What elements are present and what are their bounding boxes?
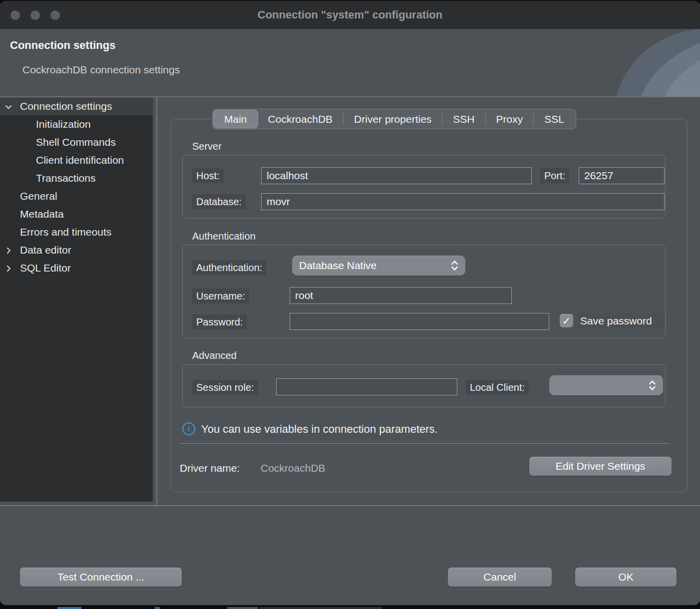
sidebar-item-metadata[interactable]: Metadata <box>0 205 153 223</box>
test-connection-button[interactable]: Test Connection ... <box>20 568 182 587</box>
host-input[interactable] <box>261 167 532 184</box>
cancel-button[interactable]: Cancel <box>448 568 552 587</box>
password-label: Password: <box>192 314 247 329</box>
session-role-label: Session role: <box>192 380 258 395</box>
content-divider <box>180 443 669 444</box>
sidebar-item-errors-and-timeouts[interactable]: Errors and timeouts <box>0 223 153 241</box>
updown-chevrons-icon <box>451 260 458 272</box>
tab-ssh[interactable]: SSH <box>442 110 485 128</box>
footer-divider <box>0 505 700 506</box>
sidebar-item-label: Transactions <box>36 172 95 184</box>
sidebar-divider <box>156 97 157 506</box>
username-input[interactable] <box>290 287 512 304</box>
info-icon-glyph: i <box>188 424 190 434</box>
sidebar-item-label: Errors and timeouts <box>20 226 111 238</box>
tab-ssl[interactable]: SSL <box>534 110 575 128</box>
tab-driver-properties[interactable]: Driver properties <box>344 110 442 128</box>
backdrop-sliver <box>227 607 258 609</box>
chevron-down-icon[interactable] <box>4 102 13 111</box>
chevron-right-icon[interactable] <box>4 246 13 255</box>
authentication-selected-value: Database Native <box>299 260 376 272</box>
backdrop-sliver <box>155 607 160 609</box>
backdrop-sliver <box>260 607 382 609</box>
sidebar-item-label: Connection settings <box>20 100 112 112</box>
ok-button[interactable]: OK <box>575 568 677 587</box>
username-label: Username: <box>192 289 249 304</box>
authentication-label: Authentication: <box>192 260 266 275</box>
chevron-right-icon[interactable] <box>4 264 13 273</box>
sidebar-item-initialization[interactable]: Initialization <box>0 115 153 133</box>
save-password-label: Save password <box>577 313 665 328</box>
sidebar-item-label: General <box>20 190 57 202</box>
decorative-swoosh <box>585 29 700 96</box>
port-label: Port: <box>540 168 569 183</box>
server-group-label: Server <box>192 141 222 152</box>
window-title: Connection "system" configuration <box>0 8 700 21</box>
sidebar-item-data-editor[interactable]: Data editor <box>0 241 153 259</box>
sidebar-item-general[interactable]: General <box>0 187 153 205</box>
sidebar-item-connection-settings[interactable]: Connection settings <box>0 97 153 115</box>
database-input[interactable] <box>261 193 665 210</box>
session-role-input[interactable] <box>276 378 457 395</box>
tab-bar: MainCockroachDBDriver propertiesSSHProxy… <box>212 109 576 129</box>
sidebar-item-label: Metadata <box>20 208 64 220</box>
local-client-select[interactable] <box>549 375 663 395</box>
checkmark-icon: ✓ <box>562 316 571 326</box>
sidebar-item-label: SQL Editor <box>20 262 71 274</box>
page-subtitle: CockroachDB connection settings <box>22 64 180 76</box>
dialog-header: Connection settings CockroachDB connecti… <box>0 29 700 96</box>
sidebar-item-label: Initialization <box>36 118 91 130</box>
connection-configuration-dialog: Connection "system" configuration Connec… <box>0 1 700 605</box>
save-password-checkbox[interactable]: ✓ <box>560 314 573 327</box>
database-label: Database: <box>192 194 246 209</box>
updown-chevrons-icon <box>649 379 656 391</box>
tab-main[interactable]: Main <box>214 110 258 128</box>
driver-name-label: Driver name: <box>180 462 240 474</box>
port-input[interactable] <box>579 167 665 184</box>
sidebar-item-label: Shell Commands <box>36 136 116 148</box>
sidebar-item-client-identification[interactable]: Client identification <box>0 151 153 169</box>
sidebar-item-label: Data editor <box>20 244 71 256</box>
info-message: You can use variables in connection para… <box>201 423 438 436</box>
local-client-label: Local Client: <box>466 380 529 395</box>
host-label: Host: <box>192 168 224 183</box>
edit-driver-settings-button[interactable]: Edit Driver Settings <box>529 457 672 476</box>
sidebar-item-label: Client identification <box>36 154 124 166</box>
driver-name-value: CockroachDB <box>261 462 326 474</box>
sidebar-item-sql-editor[interactable]: SQL Editor <box>0 259 153 277</box>
authentication-group-label: Authentication <box>192 231 256 242</box>
info-icon: i <box>182 422 195 435</box>
backdrop-sliver <box>57 607 81 609</box>
sidebar-item-transactions[interactable]: Transactions <box>0 169 153 187</box>
tab-proxy[interactable]: Proxy <box>486 110 534 128</box>
authentication-select[interactable]: Database Native <box>292 256 465 276</box>
password-input[interactable] <box>290 313 549 330</box>
page-title: Connection settings <box>10 39 115 52</box>
sidebar-item-shell-commands[interactable]: Shell Commands <box>0 133 153 151</box>
advanced-group-label: Advanced <box>192 350 237 361</box>
tab-cockroachdb[interactable]: CockroachDB <box>258 110 344 128</box>
titlebar: Connection "system" configuration <box>0 1 700 29</box>
sidebar-tree: Connection settingsInitializationShell C… <box>0 97 153 502</box>
